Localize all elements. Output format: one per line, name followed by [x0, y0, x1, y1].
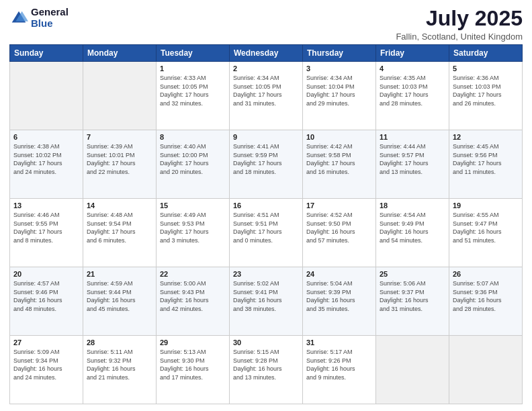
day-number: 12 — [453, 133, 519, 141]
calendar-cell: 11Sunrise: 4:44 AM Sunset: 9:57 PM Dayli… — [376, 130, 449, 199]
weekday-header: Tuesday — [157, 45, 230, 62]
day-info: Sunrise: 4:44 AM Sunset: 9:57 PM Dayligh… — [380, 142, 445, 176]
title-block: July 2025 Fallin, Scotland, United Kingd… — [396, 7, 523, 42]
month-title: July 2025 — [396, 7, 523, 30]
day-number: 30 — [233, 338, 299, 347]
calendar-cell: 10Sunrise: 4:42 AM Sunset: 9:58 PM Dayli… — [303, 130, 376, 199]
calendar-cell: 24Sunrise: 5:04 AM Sunset: 9:39 PM Dayli… — [303, 267, 376, 336]
calendar-week-row: 6Sunrise: 4:38 AM Sunset: 10:02 PM Dayli… — [10, 130, 523, 199]
calendar-cell: 14Sunrise: 4:48 AM Sunset: 9:54 PM Dayli… — [83, 199, 157, 267]
day-info: Sunrise: 4:52 AM Sunset: 9:50 PM Dayligh… — [306, 211, 372, 244]
day-number: 19 — [453, 201, 519, 210]
page: General Blue July 2025 Fallin, Scotland,… — [0, 0, 532, 411]
day-info: Sunrise: 4:39 AM Sunset: 10:01 PM Daylig… — [87, 142, 152, 176]
day-info: Sunrise: 5:15 AM Sunset: 9:28 PM Dayligh… — [233, 348, 299, 381]
day-info: Sunrise: 4:34 AM Sunset: 10:04 PM Daylig… — [306, 74, 372, 107]
calendar-cell: 7Sunrise: 4:39 AM Sunset: 10:01 PM Dayli… — [83, 130, 157, 199]
calendar-cell: 5Sunrise: 4:36 AM Sunset: 10:03 PM Dayli… — [449, 62, 523, 130]
calendar-cell: 30Sunrise: 5:15 AM Sunset: 9:28 PM Dayli… — [230, 336, 303, 404]
day-info: Sunrise: 5:04 AM Sunset: 9:39 PM Dayligh… — [306, 279, 372, 313]
calendar-cell: 25Sunrise: 5:06 AM Sunset: 9:37 PM Dayli… — [376, 267, 449, 336]
day-info: Sunrise: 4:48 AM Sunset: 9:54 PM Dayligh… — [87, 211, 152, 244]
day-number: 3 — [306, 64, 372, 73]
day-number: 31 — [306, 338, 372, 347]
day-info: Sunrise: 5:11 AM Sunset: 9:32 PM Dayligh… — [87, 348, 152, 381]
day-number: 1 — [160, 64, 226, 73]
day-number: 26 — [453, 270, 519, 278]
weekday-header: Friday — [376, 45, 449, 62]
calendar-cell: 18Sunrise: 4:54 AM Sunset: 9:49 PM Dayli… — [376, 199, 449, 267]
day-info: Sunrise: 5:06 AM Sunset: 9:37 PM Dayligh… — [380, 279, 445, 313]
calendar-cell: 12Sunrise: 4:45 AM Sunset: 9:56 PM Dayli… — [449, 130, 523, 199]
day-number: 15 — [160, 201, 226, 210]
day-number: 5 — [453, 64, 519, 73]
calendar-cell — [10, 62, 83, 130]
day-info: Sunrise: 4:35 AM Sunset: 10:03 PM Daylig… — [380, 74, 445, 107]
calendar-cell: 1Sunrise: 4:33 AM Sunset: 10:05 PM Dayli… — [157, 62, 230, 130]
day-number: 29 — [160, 338, 226, 347]
day-number: 27 — [13, 338, 79, 347]
calendar-cell: 29Sunrise: 5:13 AM Sunset: 9:30 PM Dayli… — [157, 336, 230, 404]
day-info: Sunrise: 5:02 AM Sunset: 9:41 PM Dayligh… — [233, 279, 299, 313]
calendar-week-row: 13Sunrise: 4:46 AM Sunset: 9:55 PM Dayli… — [10, 199, 523, 267]
day-number: 7 — [87, 133, 152, 141]
calendar-cell: 21Sunrise: 4:59 AM Sunset: 9:44 PM Dayli… — [83, 267, 157, 336]
day-number: 17 — [306, 201, 372, 210]
day-info: Sunrise: 4:55 AM Sunset: 9:47 PM Dayligh… — [453, 211, 519, 244]
calendar-cell: 13Sunrise: 4:46 AM Sunset: 9:55 PM Dayli… — [10, 199, 83, 267]
day-number: 8 — [160, 133, 226, 141]
day-info: Sunrise: 4:38 AM Sunset: 10:02 PM Daylig… — [13, 142, 79, 176]
calendar-cell: 4Sunrise: 4:35 AM Sunset: 10:03 PM Dayli… — [376, 62, 449, 130]
calendar-cell: 28Sunrise: 5:11 AM Sunset: 9:32 PM Dayli… — [83, 336, 157, 404]
weekday-header: Wednesday — [230, 45, 303, 62]
day-info: Sunrise: 4:51 AM Sunset: 9:51 PM Dayligh… — [233, 211, 299, 244]
logo-text: General Blue — [31, 7, 69, 29]
day-number: 2 — [233, 64, 299, 73]
day-info: Sunrise: 4:45 AM Sunset: 9:56 PM Dayligh… — [453, 142, 519, 176]
day-info: Sunrise: 5:07 AM Sunset: 9:36 PM Dayligh… — [453, 279, 519, 313]
day-info: Sunrise: 5:17 AM Sunset: 9:26 PM Dayligh… — [306, 348, 372, 381]
location: Fallin, Scotland, United Kingdom — [396, 32, 523, 42]
day-number: 10 — [306, 133, 372, 141]
calendar-cell: 9Sunrise: 4:41 AM Sunset: 9:59 PM Daylig… — [230, 130, 303, 199]
day-info: Sunrise: 4:36 AM Sunset: 10:03 PM Daylig… — [453, 74, 519, 107]
day-info: Sunrise: 4:33 AM Sunset: 10:05 PM Daylig… — [160, 74, 226, 107]
day-number: 18 — [380, 201, 445, 210]
day-info: Sunrise: 5:09 AM Sunset: 9:34 PM Dayligh… — [13, 348, 79, 381]
calendar-cell: 2Sunrise: 4:34 AM Sunset: 10:05 PM Dayli… — [230, 62, 303, 130]
day-number: 14 — [87, 201, 152, 210]
calendar-week-row: 27Sunrise: 5:09 AM Sunset: 9:34 PM Dayli… — [10, 336, 523, 404]
day-number: 21 — [87, 270, 152, 278]
calendar-cell: 15Sunrise: 4:49 AM Sunset: 9:53 PM Dayli… — [157, 199, 230, 267]
day-number: 23 — [233, 270, 299, 278]
calendar-cell: 8Sunrise: 4:40 AM Sunset: 10:00 PM Dayli… — [157, 130, 230, 199]
calendar-cell — [376, 336, 449, 404]
calendar-cell: 23Sunrise: 5:02 AM Sunset: 9:41 PM Dayli… — [230, 267, 303, 336]
day-info: Sunrise: 4:42 AM Sunset: 9:58 PM Dayligh… — [306, 142, 372, 176]
calendar-cell: 20Sunrise: 4:57 AM Sunset: 9:46 PM Dayli… — [10, 267, 83, 336]
header: General Blue July 2025 Fallin, Scotland,… — [9, 7, 523, 42]
day-info: Sunrise: 4:49 AM Sunset: 9:53 PM Dayligh… — [160, 211, 226, 244]
day-number: 25 — [380, 270, 445, 278]
day-number: 20 — [13, 270, 79, 278]
day-number: 6 — [13, 133, 79, 141]
day-info: Sunrise: 4:46 AM Sunset: 9:55 PM Dayligh… — [13, 211, 79, 244]
weekday-header: Monday — [83, 45, 157, 62]
calendar-cell: 19Sunrise: 4:55 AM Sunset: 9:47 PM Dayli… — [449, 199, 523, 267]
calendar-cell — [449, 336, 523, 404]
calendar-cell: 3Sunrise: 4:34 AM Sunset: 10:04 PM Dayli… — [303, 62, 376, 130]
day-info: Sunrise: 4:54 AM Sunset: 9:49 PM Dayligh… — [380, 211, 445, 244]
calendar-cell: 26Sunrise: 5:07 AM Sunset: 9:36 PM Dayli… — [449, 267, 523, 336]
day-info: Sunrise: 4:40 AM Sunset: 10:00 PM Daylig… — [160, 142, 226, 176]
calendar-cell: 17Sunrise: 4:52 AM Sunset: 9:50 PM Dayli… — [303, 199, 376, 267]
day-number: 24 — [306, 270, 372, 278]
logo-icon — [9, 9, 28, 28]
weekday-header: Thursday — [303, 45, 376, 62]
logo: General Blue — [9, 7, 69, 29]
calendar-cell: 31Sunrise: 5:17 AM Sunset: 9:26 PM Dayli… — [303, 336, 376, 404]
calendar-cell: 16Sunrise: 4:51 AM Sunset: 9:51 PM Dayli… — [230, 199, 303, 267]
calendar-cell: 22Sunrise: 5:00 AM Sunset: 9:43 PM Dayli… — [157, 267, 230, 336]
calendar-header-row: SundayMondayTuesdayWednesdayThursdayFrid… — [10, 45, 523, 62]
day-number: 9 — [233, 133, 299, 141]
day-number: 13 — [13, 201, 79, 210]
